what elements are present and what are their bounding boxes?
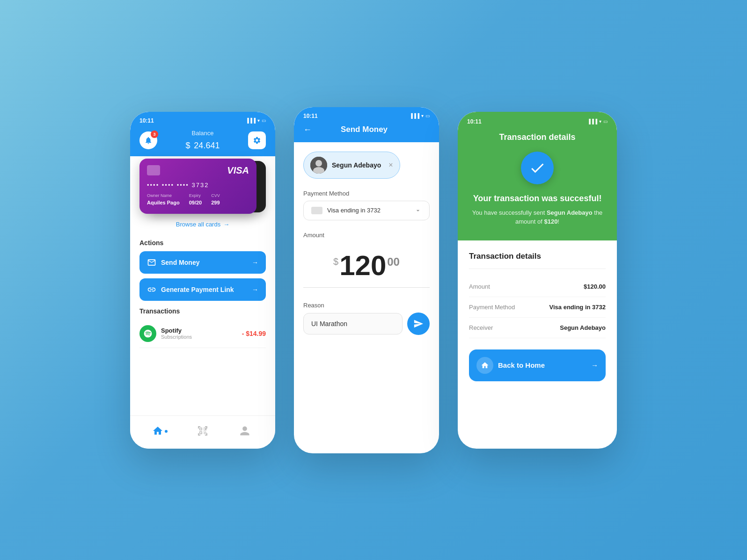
detail-val-amount: $120.00 <box>584 283 606 290</box>
reason-section: Reason UI Marathon <box>303 302 430 335</box>
status-bar: 10:11 ▐▐▐ ▾ ▭ <box>139 117 266 124</box>
settings-button[interactable] <box>248 131 266 149</box>
transaction-item[interactable]: Spotify Subscriptions - $14.99 <box>139 320 266 348</box>
card-number: •••• •••• •••• 3732 <box>147 182 249 189</box>
success-checkmark <box>521 152 554 184</box>
reason-row: UI Marathon <box>303 313 430 335</box>
wifi-icon: ▾ <box>257 118 260 123</box>
status-bar-3: 10:11 ▐▐▐ ▾ ▭ <box>467 118 608 125</box>
back-to-home-button[interactable]: Back to Home → <box>469 349 606 381</box>
reason-value: UI Marathon <box>311 320 347 327</box>
cvv-value: 299 <box>211 200 220 205</box>
nav-profile[interactable] <box>236 422 253 439</box>
wifi-icon-2: ▾ <box>421 113 424 118</box>
browse-cards-link[interactable]: Browse all cards → <box>139 217 266 232</box>
bottom-nav <box>130 415 275 449</box>
phone1-body: Actions Send Money → Generate Payment Li… <box>130 239 275 348</box>
screen-title: Send Money <box>317 125 411 134</box>
send-money-body: Segun Adebayo × Payment Method Visa endi… <box>294 142 439 451</box>
notification-badge: 3 <box>151 131 158 138</box>
nav-home[interactable] <box>152 422 169 439</box>
success-sub3: ! <box>557 218 559 225</box>
credit-card[interactable]: VISA •••• •••• •••• 3732 Owner Name Aqui… <box>139 159 256 214</box>
payment-method-dropdown[interactable]: Visa ending in 3732 <box>303 201 430 220</box>
back-to-home-label: Back to Home <box>498 361 545 369</box>
tx-name: Spotify <box>161 327 192 334</box>
spotify-icon <box>139 325 156 342</box>
phone-send-money: 10:11 ▐▐▐ ▾ ▭ ← Send Money Segun Ade <box>294 107 439 453</box>
transaction-header: 10:11 ▐▐▐ ▾ ▭ Transaction details Your t… <box>458 112 617 240</box>
signal-icon-3: ▐▐▐ <box>587 119 597 124</box>
battery-icon-3: ▭ <box>603 119 608 124</box>
home-header: 10:11 ▐▐▐ ▾ ▭ 3 Balance $ 24.641 <box>130 112 275 161</box>
phone-transaction-success: 10:11 ▐▐▐ ▾ ▭ Transaction details Your t… <box>458 112 617 449</box>
transaction-details-body: Transaction details Amount $120.00 Payme… <box>458 240 617 391</box>
phone-home: 10:11 ▐▐▐ ▾ ▭ 3 Balance $ 24.641 <box>130 112 275 449</box>
tx-sub: Subscriptions <box>161 334 192 340</box>
back-button[interactable]: ← <box>303 125 312 135</box>
balance-value: 24.641 <box>194 141 220 150</box>
status-time-2: 10:11 <box>303 113 318 119</box>
balance-amount: $ 24.641 <box>186 137 220 152</box>
wifi-icon-3: ▾ <box>599 119 601 124</box>
detail-val-payment: Visa ending in 3732 <box>549 304 606 311</box>
card-icon <box>311 207 322 214</box>
payment-left: Visa ending in 3732 <box>311 207 381 214</box>
reason-input[interactable]: UI Marathon <box>303 313 403 335</box>
detail-key-receiver: Receiver <box>469 324 493 331</box>
status-icons-3: ▐▐▐ ▾ ▭ <box>587 119 608 124</box>
send-money-button[interactable]: Send Money → <box>139 251 266 274</box>
card-cvv-field: CVV 299 <box>211 193 220 206</box>
send-money-arrow: → <box>252 259 258 266</box>
expiry-value: 09/20 <box>189 200 202 205</box>
tx-info: Spotify Subscriptions <box>161 327 192 340</box>
payment-link-arrow: → <box>252 286 258 293</box>
actions-title: Actions <box>139 239 266 247</box>
transactions-section: Transactions Spotify Subscriptions - $14… <box>139 307 266 348</box>
card-wrapper: VISA •••• •••• •••• 3732 Owner Name Aqui… <box>139 156 266 217</box>
cvv-label: CVV <box>211 193 220 198</box>
status-bar-2: 10:11 ▐▐▐ ▾ ▭ <box>303 113 430 119</box>
card-expiry-field: Expiry 09/20 <box>189 193 202 206</box>
amount-currency: $ <box>333 256 338 267</box>
success-sub1: You have successfully sent <box>472 209 547 216</box>
transaction-header-title: Transaction details <box>467 132 608 142</box>
amount-main: $ 120 00 <box>303 252 430 280</box>
battery-icon: ▭ <box>262 118 266 123</box>
send-money-label: Send Money <box>161 259 199 266</box>
success-recipient: Segun Adebayo <box>547 209 593 216</box>
owner-label: Owner Name <box>147 193 180 198</box>
status-icons: ▐▐▐ ▾ ▭ <box>246 118 266 123</box>
browse-cards-label: Browse all cards <box>176 221 220 228</box>
transactions-title: Transactions <box>139 307 266 315</box>
home-icon-circle <box>476 357 493 374</box>
success-title: Your transaction was succesful! <box>467 194 608 204</box>
chevron-down-icon <box>414 207 422 214</box>
currency-symbol: $ <box>186 141 190 150</box>
chip-close-button[interactable]: × <box>388 161 393 169</box>
expiry-label: Expiry <box>189 193 202 198</box>
tx-left: Spotify Subscriptions <box>139 325 192 342</box>
status-icons-2: ▐▐▐ ▾ ▭ <box>410 113 430 118</box>
success-subtitle: You have successfully sent Segun Adebayo… <box>467 208 608 226</box>
success-amount: $120 <box>544 218 557 225</box>
notification-button[interactable]: 3 <box>139 131 157 149</box>
detail-row-amount: Amount $120.00 <box>469 276 606 297</box>
send-money-header: 10:11 ▐▐▐ ▾ ▭ ← Send Money <box>294 107 439 142</box>
amount-integer: 120 <box>339 252 386 280</box>
payment-btn-left: Generate Payment Link <box>147 285 234 294</box>
visa-logo: VISA <box>227 165 249 176</box>
recipient-chip[interactable]: Segun Adebayo × <box>303 152 400 179</box>
balance-label: Balance <box>186 130 220 137</box>
nav-scan[interactable] <box>194 422 211 439</box>
status-time: 10:11 <box>139 117 154 124</box>
detail-row-payment: Payment Method Visa ending in 3732 <box>469 297 606 318</box>
payment-link-button[interactable]: Generate Payment Link → <box>139 278 266 301</box>
card-section: VISA •••• •••• •••• 3732 Owner Name Aqui… <box>130 156 275 239</box>
detail-val-receiver: Segun Adebayo <box>560 324 606 331</box>
payment-method-label: Payment Method <box>303 190 430 197</box>
send-button[interactable] <box>407 313 430 335</box>
reason-label: Reason <box>303 302 430 309</box>
details-title: Transaction details <box>469 252 606 269</box>
signal-icon: ▐▐▐ <box>246 118 256 123</box>
